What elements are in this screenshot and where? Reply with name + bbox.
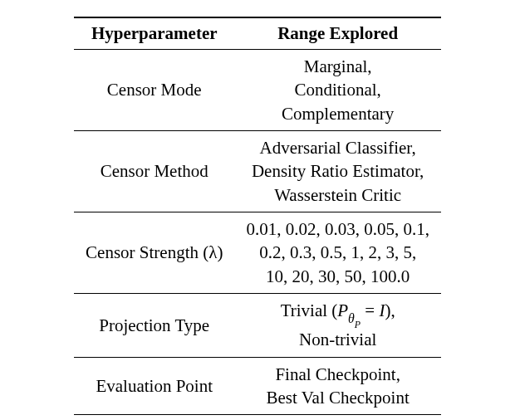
hyperparameter-table: Hyperparameter Range Explored Censor Mod… (74, 17, 441, 415)
table-row: Projection Type Trivial (PθP = I),Non-tr… (74, 294, 441, 358)
table-row: Censor Method Adversarial Classifier,Den… (74, 131, 441, 212)
table-header-row: Hyperparameter Range Explored (74, 17, 441, 50)
cell-param: Censor Mode (74, 50, 234, 131)
cell-range: Trivial (PθP = I),Non-trivial (234, 294, 441, 358)
table-row: Censor Strength (λ) 0.01, 0.02, 0.03, 0.… (74, 212, 441, 294)
cell-range: Adversarial Classifier,Density Ratio Est… (234, 131, 441, 212)
cell-param: Censor Strength (λ) (74, 212, 234, 294)
table-row: Censor Mode Marginal,Conditional,Complem… (74, 50, 441, 131)
cell-range: 0.01, 0.02, 0.03, 0.05, 0.1,0.2, 0.3, 0.… (234, 212, 441, 294)
cell-range: Final Checkpoint,Best Val Checkpoint (234, 357, 441, 415)
table-row: Evaluation Point Final Checkpoint,Best V… (74, 357, 441, 415)
cell-range: Marginal,Conditional,Complementary (234, 50, 441, 131)
cell-param: Projection Type (74, 294, 234, 358)
header-hyperparameter: Hyperparameter (74, 17, 234, 50)
cell-param: Censor Method (74, 131, 234, 212)
header-range: Range Explored (234, 17, 441, 50)
cell-param: Evaluation Point (74, 357, 234, 415)
